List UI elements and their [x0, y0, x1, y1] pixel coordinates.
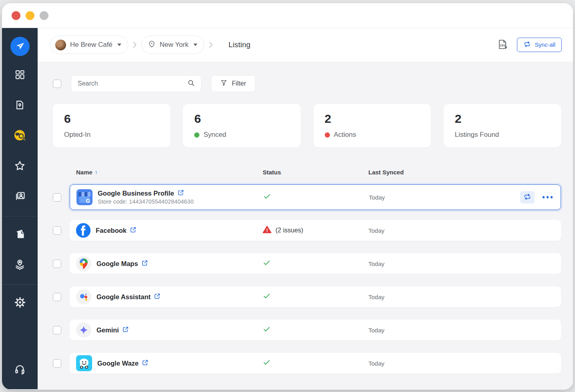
- google-assistant-icon: [76, 289, 91, 304]
- sync-all-label: Sync-all: [535, 42, 555, 48]
- chevron-down-icon: [193, 44, 197, 46]
- table-row: Google Assistant: [53, 286, 561, 307]
- location-picker[interactable]: New York: [141, 36, 204, 54]
- external-link-icon[interactable]: [123, 326, 129, 334]
- stat-label: Listings Found: [455, 131, 499, 139]
- titlebar: [2, 3, 573, 28]
- google-maps-icon: [76, 256, 91, 271]
- search-box: [71, 75, 201, 92]
- listing-row-facebook[interactable]: Facebook (2 issues): [70, 220, 561, 241]
- content-area: Filter 6 Opted-In 6 Sy: [38, 62, 573, 389]
- column-label: Status: [263, 169, 281, 176]
- stat-value: 2: [325, 112, 421, 126]
- red-status-dot: [325, 132, 330, 138]
- row-checkbox[interactable]: [53, 260, 61, 268]
- sidebar-item-support[interactable]: [11, 361, 29, 379]
- stat-card-actions: 2 Actions: [314, 104, 431, 147]
- filter-button[interactable]: Filter: [211, 75, 255, 92]
- search-icon: [187, 79, 195, 89]
- screen: He Brew Café New York Listing: [0, 0, 575, 392]
- row-checkbox[interactable]: [53, 293, 61, 301]
- app-window: He Brew Café New York Listing: [2, 3, 573, 390]
- listing-name: Google Waze: [97, 360, 139, 367]
- external-link-icon[interactable]: [142, 360, 148, 367]
- external-link-icon[interactable]: [178, 190, 184, 197]
- google-business-profile-icon: G: [76, 189, 92, 205]
- last-synced-value: Today: [368, 227, 555, 234]
- listing-name: Google Business Profile: [98, 190, 174, 197]
- last-synced-value: Today: [368, 294, 555, 300]
- column-label: Last Synced: [368, 169, 404, 176]
- table-row: Google Maps: [53, 253, 561, 274]
- listing-name: Google Maps: [97, 260, 138, 268]
- account-picker[interactable]: He Brew Café: [50, 36, 128, 54]
- sidebar-divider: [2, 284, 38, 285]
- external-link-icon[interactable]: [142, 260, 148, 268]
- breadcrumb-separator-icon: [133, 42, 137, 48]
- maximize-window-button[interactable]: [40, 11, 48, 20]
- column-header-last-synced: Last Synced: [368, 169, 555, 176]
- synced-check-icon: [263, 192, 271, 202]
- breadcrumb-separator-icon: [209, 42, 213, 48]
- stat-card-synced: 6 Synced: [183, 104, 300, 147]
- sync-all-button[interactable]: Sync-all: [517, 38, 562, 52]
- listing-name: Google Assistant: [97, 293, 151, 301]
- sync-icon: [523, 193, 531, 202]
- account-avatar: [55, 40, 66, 50]
- sidebar-item-listings-document[interactable]: [11, 97, 29, 114]
- pages-icon: [14, 228, 26, 241]
- row-checkbox[interactable]: [53, 193, 61, 202]
- sidebar-item-listings-search-active[interactable]: [11, 127, 29, 145]
- svg-text:G: G: [86, 198, 90, 204]
- sync-icon: [523, 40, 531, 49]
- listing-row-google-waze[interactable]: Google Waze: [70, 353, 561, 374]
- external-link-icon[interactable]: [130, 227, 136, 234]
- last-synced-value: Today: [368, 327, 555, 334]
- listing-row-google-maps[interactable]: Google Maps: [70, 253, 561, 274]
- sidebar-item-settings[interactable]: [11, 294, 29, 312]
- row-checkbox[interactable]: [53, 359, 61, 368]
- search-input[interactable]: [78, 80, 187, 87]
- listings-search-icon: [13, 128, 27, 144]
- sidebar-item-reviews[interactable]: [11, 158, 29, 175]
- row-checkbox[interactable]: [53, 326, 61, 334]
- table-row: G Google Business Profile: [53, 184, 561, 210]
- table-header: Name ↑ Status Last Synced: [70, 169, 561, 176]
- green-status-dot: [194, 132, 199, 138]
- page-title: Listing: [229, 40, 251, 49]
- sidebar: [2, 28, 38, 389]
- status-issues-text: (2 issues): [275, 227, 303, 234]
- table-row: Gemini Today: [53, 320, 561, 340]
- listing-row-google-business-profile[interactable]: G Google Business Profile: [70, 184, 561, 210]
- location-pin-icon: [148, 40, 156, 50]
- column-header-name[interactable]: Name ↑: [76, 169, 263, 176]
- row-more-actions-button[interactable]: [541, 194, 555, 200]
- chevron-down-icon: [117, 44, 121, 46]
- stat-card-listings-found: 2 Listings Found: [444, 104, 561, 147]
- sidebar-item-media[interactable]: [11, 188, 29, 206]
- synced-check-icon: [263, 325, 271, 335]
- sync-row-button[interactable]: [520, 191, 535, 204]
- stat-label: Opted-In: [64, 131, 90, 139]
- export-csv-button[interactable]: CSV: [497, 39, 508, 51]
- external-link-icon[interactable]: [154, 293, 160, 301]
- send-plane-icon: [15, 41, 25, 52]
- document-location-icon: [14, 100, 25, 112]
- warning-icon: [263, 226, 271, 235]
- sidebar-divider: [2, 216, 38, 216]
- support-headset-icon: [14, 364, 26, 377]
- svg-text:CSV: CSV: [500, 44, 506, 47]
- column-header-status: Status: [263, 169, 368, 176]
- listing-name: Facebook: [96, 227, 127, 234]
- sidebar-item-dashboard[interactable]: [11, 66, 29, 84]
- app-logo[interactable]: [10, 37, 30, 56]
- sidebar-item-locations[interactable]: [11, 256, 29, 274]
- row-checkbox[interactable]: [53, 226, 61, 235]
- select-all-checkbox[interactable]: [53, 80, 61, 88]
- listing-row-google-assistant[interactable]: Google Assistant: [70, 286, 561, 307]
- last-synced-value: Today: [368, 360, 555, 367]
- minimize-window-button[interactable]: [26, 11, 34, 20]
- listing-row-gemini[interactable]: Gemini Today: [70, 320, 561, 340]
- close-window-button[interactable]: [12, 11, 20, 20]
- sidebar-item-pages[interactable]: [11, 226, 29, 244]
